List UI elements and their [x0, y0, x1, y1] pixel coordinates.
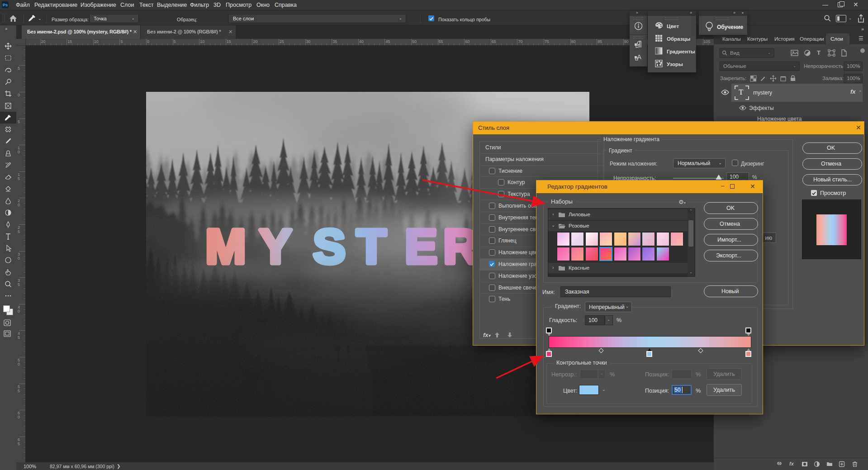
svg-text:fx: fx — [789, 461, 794, 466]
